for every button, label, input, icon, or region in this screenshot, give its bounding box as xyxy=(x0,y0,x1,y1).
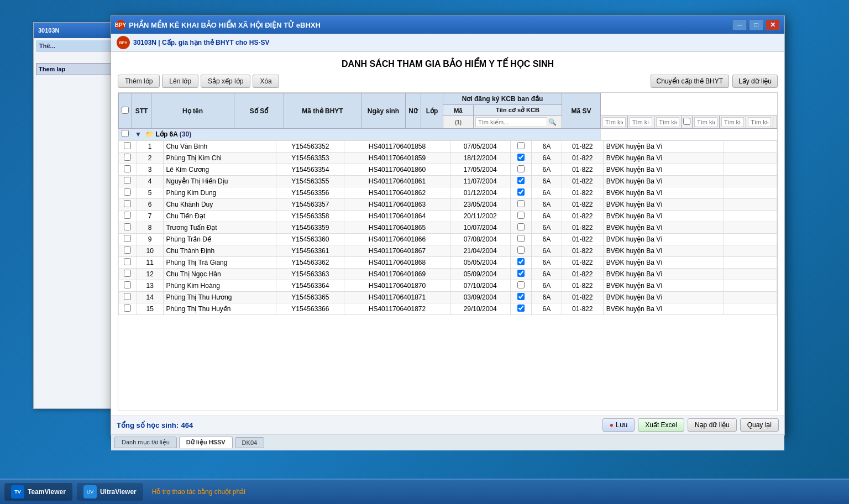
row-checkbox-cell[interactable] xyxy=(119,153,137,164)
row-nu-checkbox[interactable] xyxy=(517,270,525,277)
tab-danh-muc[interactable]: Danh mục tài liệu xyxy=(114,437,177,448)
row-checkbox-cell[interactable] xyxy=(119,257,137,269)
row-nu-checkbox[interactable] xyxy=(517,246,525,254)
row-checkbox[interactable] xyxy=(124,246,131,254)
search-nu-checkbox[interactable] xyxy=(683,118,690,125)
tab-du-lieu-hssv[interactable]: Dữ liệu HSSV xyxy=(179,437,233,448)
row-nu[interactable] xyxy=(510,257,531,269)
ultraviewer-app[interactable]: UV UltraViewer xyxy=(77,483,143,501)
maximize-button[interactable]: □ xyxy=(749,19,763,30)
search-ma-cell[interactable] xyxy=(719,116,746,129)
tab-dk04[interactable]: DK04 xyxy=(235,437,265,448)
row-checkbox[interactable] xyxy=(124,165,131,172)
row-checkbox[interactable] xyxy=(124,281,131,288)
row-checkbox-cell[interactable] xyxy=(119,234,137,245)
search-lop-cell[interactable] xyxy=(692,116,719,129)
row-nu-checkbox[interactable] xyxy=(517,165,525,172)
row-checkbox-cell[interactable] xyxy=(119,245,137,257)
them-lop-button[interactable]: Thêm lớp xyxy=(118,75,160,88)
row-checkbox-cell[interactable] xyxy=(119,199,137,211)
search-ma-input[interactable] xyxy=(721,117,745,127)
row-checkbox-cell[interactable] xyxy=(119,222,137,234)
row-nu[interactable] xyxy=(510,164,531,176)
search-soso-cell[interactable] xyxy=(601,116,628,129)
row-checkbox-cell[interactable] xyxy=(119,187,137,199)
row-checkbox[interactable] xyxy=(124,305,131,312)
row-nu[interactable] xyxy=(510,199,531,211)
row-nu-checkbox[interactable] xyxy=(517,258,525,265)
row-nu[interactable] xyxy=(510,141,531,153)
row-nu-checkbox[interactable] xyxy=(517,177,525,184)
row-nu-checkbox[interactable] xyxy=(517,223,525,230)
data-table-container[interactable]: STT Họ tên Số Sổ Mã thẻ BHYT Ngày sinh xyxy=(118,92,778,411)
row-nu[interactable] xyxy=(510,280,531,292)
row-checkbox-cell[interactable] xyxy=(119,280,137,292)
search-nu-cell[interactable] xyxy=(681,116,692,129)
row-nu[interactable] xyxy=(510,269,531,280)
header-checkbox[interactable] xyxy=(119,93,132,129)
row-nu[interactable] xyxy=(510,303,531,315)
search-soso-input[interactable] xyxy=(602,117,626,127)
excel-button[interactable]: Xuất Excel xyxy=(638,418,684,432)
row-checkbox[interactable] xyxy=(124,142,131,149)
row-checkbox[interactable] xyxy=(124,200,131,207)
row-nu-checkbox[interactable] xyxy=(517,188,525,196)
len-lop-button[interactable]: Lên lớp xyxy=(162,75,198,88)
search-tenco-input[interactable] xyxy=(748,117,771,127)
search-ngaysinh-cell[interactable] xyxy=(654,116,682,129)
search-lop-input[interactable] xyxy=(694,117,717,127)
group-label-cell[interactable]: ▼ 📁 Lớp 6A (30) xyxy=(132,129,601,140)
row-checkbox-cell[interactable] xyxy=(119,292,137,303)
row-checkbox[interactable] xyxy=(124,235,131,242)
row-checkbox[interactable] xyxy=(124,258,131,265)
row-checkbox-cell[interactable] xyxy=(119,211,137,222)
row-checkbox[interactable] xyxy=(124,212,131,219)
row-nu-checkbox[interactable] xyxy=(517,142,525,149)
search-mathe-cell[interactable] xyxy=(627,116,654,129)
row-nu-checkbox[interactable] xyxy=(517,293,525,300)
row-nu-checkbox[interactable] xyxy=(517,281,525,288)
row-nu-checkbox[interactable] xyxy=(517,212,525,219)
xoa-button[interactable]: Xóa xyxy=(253,75,279,88)
row-nu[interactable] xyxy=(510,187,531,199)
row-nu[interactable] xyxy=(510,245,531,257)
row-checkbox-cell[interactable] xyxy=(119,269,137,280)
row-checkbox-cell[interactable] xyxy=(119,141,137,153)
minimize-button[interactable]: ─ xyxy=(732,19,747,30)
row-nu-checkbox[interactable] xyxy=(517,200,525,207)
search-hoten-input[interactable] xyxy=(475,117,547,127)
search-mathe-input[interactable] xyxy=(630,117,653,127)
row-nu[interactable] xyxy=(510,222,531,234)
row-checkbox[interactable] xyxy=(124,188,131,196)
row-nu[interactable] xyxy=(510,211,531,222)
chuyen-cap-button[interactable]: Chuyển cấp thẻ BHYT xyxy=(651,75,729,88)
group-expand-icon[interactable]: ▼ xyxy=(135,130,142,138)
lay-du-lieu-button[interactable]: Lấy dữ liệu xyxy=(732,75,778,88)
search-tenco-cell[interactable] xyxy=(746,116,773,129)
row-checkbox[interactable] xyxy=(124,270,131,277)
row-nu-checkbox[interactable] xyxy=(517,235,525,242)
select-all-checkbox[interactable] xyxy=(122,107,129,114)
row-nu-checkbox[interactable] xyxy=(517,154,525,161)
row-checkbox-cell[interactable] xyxy=(119,176,137,187)
group-checkbox[interactable] xyxy=(122,130,129,137)
row-nu[interactable] xyxy=(510,153,531,164)
row-nu[interactable] xyxy=(510,234,531,245)
row-checkbox[interactable] xyxy=(124,177,131,184)
row-nu-checkbox[interactable] xyxy=(517,305,525,312)
row-checkbox[interactable] xyxy=(124,293,131,300)
search-ngaysinh-input[interactable] xyxy=(656,117,679,127)
row-checkbox-cell[interactable] xyxy=(119,303,137,315)
row-checkbox[interactable] xyxy=(124,154,131,161)
row-nu[interactable] xyxy=(510,292,531,303)
import-button[interactable]: Nạp dữ liệu xyxy=(688,418,737,432)
save-button[interactable]: ● Lưu xyxy=(602,418,635,432)
back-button[interactable]: Quay lại xyxy=(740,418,779,432)
row-checkbox[interactable] xyxy=(124,223,131,230)
close-button[interactable]: ✕ xyxy=(766,19,780,30)
sap-xep-lop-button[interactable]: Sắp xếp lớp xyxy=(201,75,250,88)
teamviewer-app[interactable]: TV TeamViewer xyxy=(4,483,72,501)
group-checkbox-cell[interactable] xyxy=(119,129,132,140)
row-checkbox-cell[interactable] xyxy=(119,164,137,176)
row-nu[interactable] xyxy=(510,176,531,187)
